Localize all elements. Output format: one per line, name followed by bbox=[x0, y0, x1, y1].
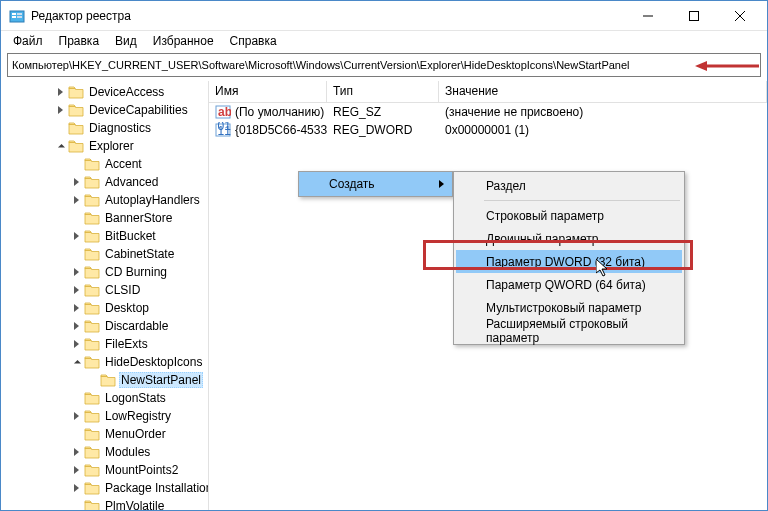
tree-item-label: Desktop bbox=[103, 301, 151, 315]
context-item[interactable]: Расширяемый строковый параметр bbox=[456, 319, 682, 342]
tree-item[interactable]: DeviceAccess bbox=[5, 83, 208, 101]
folder-icon bbox=[84, 409, 100, 423]
address-bar[interactable]: Компьютер\HKEY_CURRENT_USER\Software\Mic… bbox=[7, 53, 761, 77]
tree-item[interactable]: BannerStore bbox=[5, 209, 208, 227]
context-item[interactable]: Параметр QWORD (64 бита) bbox=[456, 273, 682, 296]
tree-item[interactable]: PlmVolatile bbox=[5, 497, 208, 510]
tree-item[interactable]: Advanced bbox=[5, 173, 208, 191]
folder-icon bbox=[68, 121, 84, 135]
binary-value-icon: 011110 bbox=[215, 122, 231, 138]
tree-twisty-icon bbox=[69, 427, 83, 441]
list-header: Имя Тип Значение bbox=[209, 81, 767, 103]
tree-twisty-icon[interactable] bbox=[69, 445, 83, 459]
context-item[interactable]: Строковый параметр bbox=[456, 204, 682, 227]
tree-item[interactable]: Package Installation bbox=[5, 479, 208, 497]
context-item-label: Двоичный параметр bbox=[486, 232, 599, 246]
folder-icon bbox=[84, 499, 100, 510]
svg-text:ab: ab bbox=[218, 105, 231, 119]
folder-icon bbox=[84, 265, 100, 279]
menu-file[interactable]: Файл bbox=[5, 32, 51, 50]
context-item[interactable]: Двоичный параметр bbox=[456, 227, 682, 250]
tree-twisty-icon[interactable] bbox=[69, 355, 83, 369]
tree-item[interactable]: MountPoints2 bbox=[5, 461, 208, 479]
tree-twisty-icon[interactable] bbox=[69, 481, 83, 495]
tree-item[interactable]: Desktop bbox=[5, 299, 208, 317]
regedit-icon bbox=[9, 8, 25, 24]
svg-marker-10 bbox=[695, 61, 707, 71]
context-item[interactable]: Раздел bbox=[456, 174, 682, 197]
menu-edit[interactable]: Правка bbox=[51, 32, 108, 50]
tree-item-label: PlmVolatile bbox=[103, 499, 166, 510]
folder-icon bbox=[68, 139, 84, 153]
tree-item[interactable]: HideDesktopIcons bbox=[5, 353, 208, 371]
tree-pane[interactable]: DeviceAccessDeviceCapabilitiesDiagnostic… bbox=[1, 81, 209, 510]
context-item[interactable]: Параметр DWORD (32 бита) bbox=[456, 250, 682, 273]
tree-item[interactable]: Explorer bbox=[5, 137, 208, 155]
folder-icon bbox=[84, 427, 100, 441]
tree-item-label: MenuOrder bbox=[103, 427, 168, 441]
tree-item[interactable]: FileExts bbox=[5, 335, 208, 353]
folder-icon bbox=[84, 355, 100, 369]
tree-twisty-icon[interactable] bbox=[53, 139, 67, 153]
tree-twisty-icon[interactable] bbox=[69, 175, 83, 189]
folder-icon bbox=[84, 247, 100, 261]
tree-twisty-icon[interactable] bbox=[69, 337, 83, 351]
tree-item-label: CLSID bbox=[103, 283, 142, 297]
column-value[interactable]: Значение bbox=[439, 81, 767, 102]
tree-item[interactable]: DeviceCapabilities bbox=[5, 101, 208, 119]
column-type[interactable]: Тип bbox=[327, 81, 439, 102]
tree-item[interactable]: Accent bbox=[5, 155, 208, 173]
svg-rect-1 bbox=[12, 13, 16, 15]
tree-twisty-icon[interactable] bbox=[69, 463, 83, 477]
list-row[interactable]: 011110{018D5C66-4533...REG_DWORD0x000000… bbox=[209, 121, 767, 139]
tree-twisty-icon[interactable] bbox=[53, 103, 67, 117]
tree-item[interactable]: MenuOrder bbox=[5, 425, 208, 443]
tree-item[interactable]: CabinetState bbox=[5, 245, 208, 263]
menu-view[interactable]: Вид bbox=[107, 32, 145, 50]
tree-item[interactable]: Modules bbox=[5, 443, 208, 461]
tree-item-label: MountPoints2 bbox=[103, 463, 180, 477]
value-name: (По умолчанию) bbox=[235, 105, 324, 119]
string-value-icon: ab bbox=[215, 104, 231, 120]
maximize-button[interactable] bbox=[671, 1, 717, 31]
menu-help[interactable]: Справка bbox=[222, 32, 285, 50]
folder-icon bbox=[84, 211, 100, 225]
tree-item[interactable]: AutoplayHandlers bbox=[5, 191, 208, 209]
tree-item[interactable]: CD Burning bbox=[5, 263, 208, 281]
tree-item-label: Modules bbox=[103, 445, 152, 459]
value-data: 0x00000001 (1) bbox=[439, 123, 767, 137]
tree-item-label: AutoplayHandlers bbox=[103, 193, 202, 207]
minimize-button[interactable] bbox=[625, 1, 671, 31]
tree-twisty-icon[interactable] bbox=[69, 193, 83, 207]
tree-item-label: Explorer bbox=[87, 139, 136, 153]
tree-item[interactable]: LogonStats bbox=[5, 389, 208, 407]
svg-rect-6 bbox=[690, 11, 699, 20]
tree-item-label: CD Burning bbox=[103, 265, 169, 279]
annotation-arrow-icon bbox=[695, 59, 759, 73]
tree-item[interactable]: Discardable bbox=[5, 317, 208, 335]
tree-twisty-icon[interactable] bbox=[69, 283, 83, 297]
tree-item[interactable]: CLSID bbox=[5, 281, 208, 299]
context-item-label: Создать bbox=[329, 177, 375, 191]
tree-item[interactable]: BitBucket bbox=[5, 227, 208, 245]
tree-twisty-icon[interactable] bbox=[53, 85, 67, 99]
tree-twisty-icon[interactable] bbox=[69, 265, 83, 279]
tree-twisty-icon[interactable] bbox=[69, 301, 83, 315]
tree-item-label: BitBucket bbox=[103, 229, 158, 243]
column-name[interactable]: Имя bbox=[209, 81, 327, 102]
tree-twisty-icon bbox=[69, 247, 83, 261]
tree-item[interactable]: Diagnostics bbox=[5, 119, 208, 137]
tree-twisty-icon[interactable] bbox=[69, 319, 83, 333]
tree-twisty-icon[interactable] bbox=[69, 409, 83, 423]
tree-twisty-icon[interactable] bbox=[69, 229, 83, 243]
registry-tree: DeviceAccessDeviceCapabilitiesDiagnostic… bbox=[1, 81, 208, 510]
tree-item[interactable]: LowRegistry bbox=[5, 407, 208, 425]
menu-favorites[interactable]: Избранное bbox=[145, 32, 222, 50]
value-data: (значение не присвоено) bbox=[439, 105, 767, 119]
context-item-label: Параметр DWORD (32 бита) bbox=[486, 255, 645, 269]
list-row[interactable]: ab(По умолчанию)REG_SZ(значение не присв… bbox=[209, 103, 767, 121]
folder-icon bbox=[68, 85, 84, 99]
tree-item[interactable]: NewStartPanel bbox=[5, 371, 208, 389]
context-item-create[interactable]: Создать bbox=[299, 172, 452, 196]
close-button[interactable] bbox=[717, 1, 763, 31]
